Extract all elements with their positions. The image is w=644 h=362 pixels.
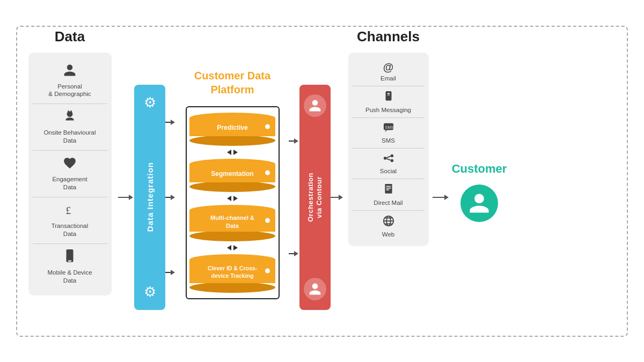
channel-sms-label: SMS — [382, 137, 395, 144]
channel-push-label: Push Messaging — [365, 107, 411, 113]
customer-section: Customer — [450, 141, 509, 222]
arrow-right-inner — [233, 245, 238, 250]
svg-line-15 — [386, 158, 390, 160]
arrowhead — [171, 195, 175, 200]
cyl-label-segmentation: Segmentation — [211, 170, 253, 182]
arrow-to-cdp-3 — [165, 270, 176, 275]
data-item-behavioural: Onsite BehaviouralData — [33, 104, 107, 151]
data-item-personal-label: Personal& Demographic — [48, 83, 91, 99]
channel-social: Social — [353, 149, 425, 179]
arrowhead — [171, 270, 175, 275]
data-panel: Personal& Demographic Onsite Behavioural… — [28, 53, 112, 295]
social-icon — [383, 153, 394, 166]
person-icon — [63, 63, 77, 80]
integration-label: Data Integration — [145, 162, 155, 232]
cylinder-predictive: Predictive — [189, 113, 275, 146]
data-item-mobile: Mobile & DeviceData — [33, 244, 107, 290]
cylinder-segmentation: Segmentation — [189, 159, 275, 192]
channels-panel: @ Email Push Messaging SMS SMS — [348, 53, 429, 246]
orchestration-bar: Orchestrationvia Contour — [299, 85, 331, 310]
cylinder-multichannel: Multi-channel &Data — [189, 205, 275, 241]
channel-social-label: Social — [380, 168, 397, 174]
channels-section: Channels @ Email Push Messaging SMS — [344, 18, 433, 345]
heart-icon — [63, 156, 77, 173]
data-item-engagement: EngagementData — [33, 151, 107, 197]
channel-directmail: Direct Mail — [353, 179, 425, 211]
push-icon — [383, 91, 394, 105]
pound-icon: £ — [63, 203, 77, 220]
arrows-cdp-to-orch — [289, 85, 299, 310]
arrowhead — [339, 195, 343, 200]
sms-icon: SMS — [383, 122, 394, 136]
svg-rect-16 — [385, 184, 392, 194]
arrow-left — [227, 150, 231, 155]
channel-email: @ Email — [353, 57, 425, 86]
customer-avatar — [460, 184, 498, 222]
orchestration-label: Orchestrationvia Contour — [306, 173, 323, 222]
cdp-section: Customer DataPlatform Predictive — [176, 63, 289, 299]
svg-line-14 — [386, 156, 390, 158]
arrow-left — [227, 196, 231, 201]
svg-rect-5 — [386, 100, 390, 101]
gear-bottom-icon: ⚙ — [144, 284, 156, 300]
directmail-icon — [383, 183, 394, 198]
person-top-icon — [304, 94, 326, 117]
arrowhead-right — [129, 195, 133, 200]
data-item-personal: Personal& Demographic — [33, 58, 107, 105]
data-item-behavioural-label: Onsite BehaviouralData — [43, 129, 96, 145]
data-item-mobile-label: Mobile & DeviceData — [47, 269, 92, 285]
channel-web: Web — [353, 211, 425, 242]
svg-text:£: £ — [65, 205, 71, 216]
bi-arrow-1 — [227, 150, 238, 155]
gear-top-icon: ⚙ — [144, 94, 156, 111]
svg-rect-4 — [385, 91, 391, 101]
svg-point-11 — [390, 154, 393, 157]
svg-rect-2 — [67, 249, 74, 262]
data-integration-bar: ⚙ Data Integration ⚙ — [134, 85, 165, 310]
cyl-label-predictive: Predictive — [217, 124, 247, 136]
svg-rect-3 — [68, 261, 72, 262]
data-item-transactional: £ TransactionalData — [33, 197, 107, 244]
customer-label: Customer — [452, 162, 507, 176]
svg-point-13 — [390, 159, 393, 162]
arrow-data-to-integration — [118, 195, 134, 200]
channels-title: Channels — [357, 28, 420, 45]
person-bottom-icon — [304, 278, 326, 300]
bi-arrow-3 — [227, 245, 238, 250]
arrow-to-cdp-2 — [165, 195, 176, 200]
mobile-icon — [64, 249, 76, 267]
cdp-box: Predictive Segmentation — [186, 106, 280, 299]
channel-email-label: Email — [380, 75, 396, 82]
svg-rect-7 — [387, 94, 389, 95]
cyl-label-multichannel: Multi-channel &Data — [210, 214, 254, 233]
arrowhead — [294, 251, 298, 256]
data-title: Data — [55, 28, 85, 45]
arrow-from-cdp-1 — [289, 138, 299, 144]
channel-directmail-label: Direct Mail — [374, 200, 402, 206]
arrow-from-cdp-2 — [289, 251, 299, 256]
arrow-orch-to-channels — [331, 195, 344, 200]
data-item-transactional-label: TransactionalData — [52, 222, 89, 238]
channel-push: Push Messaging — [353, 86, 425, 118]
arrowhead — [444, 195, 449, 200]
arrowhead — [171, 120, 175, 125]
brain-icon — [63, 109, 77, 127]
bi-arrow-2 — [227, 196, 238, 201]
arrow-left — [227, 245, 231, 250]
arrow-right-inner — [233, 196, 238, 201]
cdp-title: Customer DataPlatform — [194, 69, 270, 97]
svg-marker-10 — [384, 130, 387, 132]
channel-sms: SMS SMS — [353, 118, 425, 149]
arrow-right-inner — [233, 150, 238, 155]
arrowhead — [294, 138, 298, 144]
svg-rect-6 — [387, 93, 389, 94]
cyl-label-cleverid: Clever ID & Cross-device Tracking — [208, 265, 257, 283]
svg-text:SMS: SMS — [385, 124, 393, 129]
channel-web-label: Web — [382, 231, 394, 238]
arrows-integration-to-cdp — [165, 85, 176, 310]
web-icon — [383, 215, 394, 230]
diagram: Data Personal& Demographic Onsite Behavi… — [11, 10, 633, 353]
svg-point-12 — [383, 157, 386, 160]
data-section: Data Personal& Demographic Onsite Behavi… — [21, 18, 118, 345]
data-item-engagement-label: EngagementData — [52, 175, 87, 191]
